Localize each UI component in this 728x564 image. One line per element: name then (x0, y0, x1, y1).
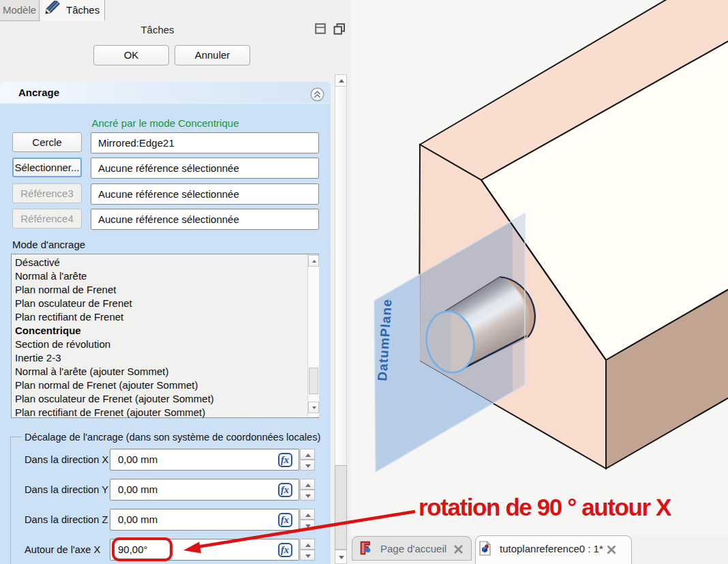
svg-text:fx: fx (281, 455, 289, 465)
svg-text:fx: fx (281, 545, 289, 555)
svg-text:fx: fx (281, 485, 289, 495)
svg-text:fx: fx (281, 515, 289, 525)
